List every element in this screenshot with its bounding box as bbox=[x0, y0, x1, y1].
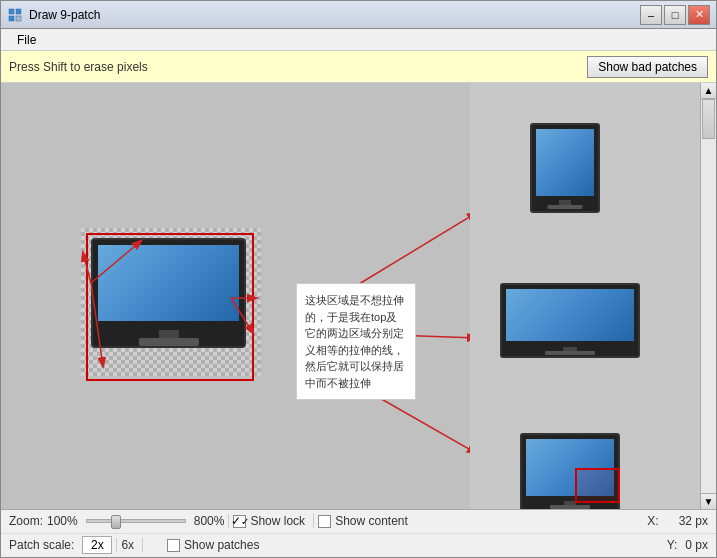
svg-rect-0 bbox=[9, 9, 14, 14]
show-bad-patches-button[interactable]: Show bad patches bbox=[587, 56, 708, 78]
menu-file[interactable]: File bbox=[9, 31, 44, 49]
tv-body bbox=[91, 238, 246, 348]
show-patches-label: Show patches bbox=[184, 538, 259, 552]
show-patches-checkbox[interactable] bbox=[167, 539, 180, 552]
show-patches-checkbox-item[interactable]: Show patches bbox=[167, 538, 263, 552]
preview-tv-2 bbox=[500, 283, 640, 358]
patch-scale-label: Patch scale: bbox=[9, 538, 74, 552]
tv-base bbox=[139, 338, 199, 346]
tv-base-neck bbox=[159, 330, 179, 338]
zoom-value: 100% bbox=[47, 514, 78, 528]
y-value: 0 px bbox=[685, 538, 708, 552]
x-value: 32 px bbox=[679, 514, 708, 528]
y-label: Y: bbox=[667, 538, 678, 552]
scroll-down-button[interactable]: ▼ bbox=[701, 493, 716, 509]
preview-tv-3 bbox=[520, 433, 620, 509]
zoom-thumb[interactable] bbox=[111, 515, 121, 529]
app-icon bbox=[7, 7, 23, 23]
zoom-slider[interactable] bbox=[86, 519, 186, 523]
show-lock-checkbox[interactable]: ✓ bbox=[233, 515, 246, 528]
tooltip: 这块区域是不想拉伸的，于是我在top及它的两边区域分别定义相等的拉伸的线，然后它… bbox=[296, 283, 416, 400]
zoom-label: Zoom: bbox=[9, 514, 43, 528]
show-content-checkbox[interactable] bbox=[318, 515, 331, 528]
show-lock-checkbox-item[interactable]: ✓ Show lock bbox=[233, 514, 309, 528]
scroll-track[interactable] bbox=[701, 99, 716, 493]
tv-screen bbox=[98, 245, 239, 321]
right-scrollbar[interactable]: ▲ ▼ bbox=[700, 83, 716, 509]
x-label: X: bbox=[647, 514, 658, 528]
svg-rect-2 bbox=[9, 16, 14, 21]
show-lock-label: Show lock bbox=[250, 514, 305, 528]
window-title: Draw 9-patch bbox=[29, 8, 100, 22]
maximize-button[interactable]: □ bbox=[664, 5, 686, 25]
zoom-slider-container[interactable] bbox=[86, 519, 186, 523]
show-content-checkbox-item[interactable]: Show content bbox=[318, 514, 412, 528]
svg-rect-1 bbox=[16, 9, 21, 14]
patch-scale-input[interactable] bbox=[82, 536, 112, 554]
patch-scale-area: Patch scale: bbox=[9, 536, 112, 554]
patch-scale-max: 6x bbox=[121, 538, 134, 552]
close-button[interactable]: ✕ bbox=[688, 5, 710, 25]
scroll-up-button[interactable]: ▲ bbox=[701, 83, 716, 99]
scroll-thumb[interactable] bbox=[702, 99, 715, 139]
minimize-button[interactable]: – bbox=[640, 5, 662, 25]
preview-tv-1 bbox=[530, 123, 600, 213]
show-content-label: Show content bbox=[335, 514, 408, 528]
hint-text: Press Shift to erase pixels bbox=[9, 60, 148, 74]
svg-rect-3 bbox=[16, 16, 21, 21]
zoom-max: 800% bbox=[194, 514, 225, 528]
